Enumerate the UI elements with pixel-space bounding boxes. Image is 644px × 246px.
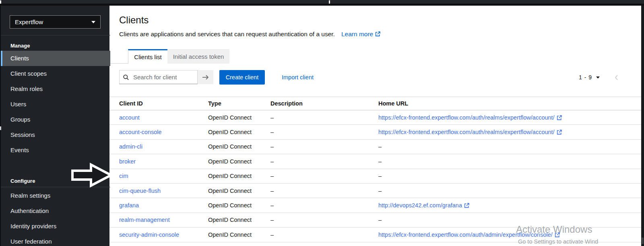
- sidebar-item-realm-settings[interactable]: Realm settings: [1, 188, 110, 203]
- client-description: –: [270, 114, 378, 121]
- sidebar-nav: ManageClientsClient scopesRealm rolesUse…: [1, 39, 110, 246]
- pagination-prev-chevron-icon[interactable]: [614, 74, 619, 81]
- external-link-icon: [464, 203, 469, 208]
- client-type: OpenID Connect: [208, 173, 270, 179]
- client-home-url-cell: –: [378, 217, 641, 223]
- tab-initial-access-token[interactable]: Initial access token: [167, 49, 229, 64]
- client-home-url-cell: –: [378, 188, 641, 194]
- import-client-link[interactable]: Import client: [282, 70, 314, 85]
- client-home-url-cell: https://efcx-frontend.expertflow.com/aut…: [378, 129, 641, 135]
- sidebar-item-clients[interactable]: Clients: [1, 51, 110, 66]
- home-url-link[interactable]: https://efcx-frontend.expertflow.com/aut…: [378, 232, 560, 238]
- learn-more-link[interactable]: Learn more: [341, 31, 380, 37]
- nav-section-label-configure: Configure: [1, 174, 110, 186]
- client-id-link[interactable]: cim-queue-flush: [119, 188, 161, 194]
- sidebar-item-groups[interactable]: Groups: [1, 112, 110, 127]
- create-client-button[interactable]: Create client: [219, 70, 265, 85]
- pagination-range: 1 - 9: [579, 74, 592, 81]
- caret-down-icon: [91, 21, 95, 23]
- search-submit-button[interactable]: [198, 70, 213, 84]
- pagination: 1 - 9: [579, 70, 619, 85]
- client-id-cell: security-admin-console: [119, 232, 208, 238]
- table-row: account-consoleOpenID Connect–https://ef…: [109, 125, 641, 139]
- client-home-url-cell: http://devops242.ef.com/grafana: [378, 202, 641, 209]
- client-description: –: [270, 188, 378, 194]
- home-url-link[interactable]: https://efcx-frontend.expertflow.com/aut…: [378, 129, 562, 135]
- client-home-url-cell: –: [378, 143, 641, 150]
- clients-table: Client IDTypeDescriptionHome URLaccountO…: [109, 97, 641, 242]
- tab-bar: Clients list Initial access token: [109, 49, 229, 64]
- client-id-cell: cim: [119, 173, 208, 179]
- column-header-type: Type: [208, 100, 270, 107]
- page-title: Clients: [119, 14, 149, 26]
- sidebar: Expertflow ManageClientsClient scopesRea…: [0, 6, 109, 246]
- client-id-cell: account-console: [119, 129, 208, 135]
- table-row: cim-queue-flushOpenID Connect––: [109, 184, 641, 198]
- realm-selector-dropdown[interactable]: Expertflow: [10, 15, 101, 29]
- external-link-icon: [557, 115, 562, 120]
- client-description: –: [270, 232, 378, 238]
- client-id-cell: broker: [119, 158, 208, 165]
- client-id-link[interactable]: grafana: [119, 202, 139, 209]
- tab-lead-strip: [109, 49, 128, 64]
- external-link-icon: [555, 232, 560, 238]
- external-link-icon: [375, 31, 380, 37]
- client-type: OpenID Connect: [208, 129, 270, 135]
- table-header-row: Client IDTypeDescriptionHome URL: [109, 97, 641, 110]
- column-header-client-id: Client ID: [119, 100, 208, 107]
- nav-section-label-manage: Manage: [1, 39, 110, 51]
- window-top-bar: [0, 0, 644, 4]
- sidebar-item-users[interactable]: Users: [1, 97, 110, 112]
- home-url-link[interactable]: https://efcx-frontend.expertflow.com/aut…: [378, 114, 562, 121]
- pagination-caret-down-icon[interactable]: [596, 76, 600, 79]
- sidebar-item-events[interactable]: Events: [1, 143, 110, 158]
- client-type: OpenID Connect: [208, 202, 270, 209]
- client-id-link[interactable]: security-admin-console: [119, 232, 179, 238]
- sidebar-divider: [1, 35, 110, 35]
- client-id-link[interactable]: cim: [119, 173, 128, 179]
- client-description: –: [270, 202, 378, 209]
- client-id-link[interactable]: broker: [119, 158, 136, 165]
- page-description: Clients are applications and services th…: [119, 31, 380, 38]
- client-home-url-cell: https://efcx-frontend.expertflow.com/aut…: [378, 114, 641, 121]
- client-id-link[interactable]: account: [119, 114, 140, 121]
- sidebar-item-authentication[interactable]: Authentication: [1, 203, 110, 219]
- client-home-url-cell: https://efcx-frontend.expertflow.com/aut…: [378, 232, 641, 238]
- client-description: –: [270, 158, 378, 165]
- sidebar-item-realm-roles[interactable]: Realm roles: [1, 81, 110, 97]
- client-id-link[interactable]: realm-management: [119, 217, 170, 223]
- client-id-cell: admin-cli: [119, 143, 208, 150]
- top-tick-center: [329, 0, 330, 4]
- client-id-cell: grafana: [119, 202, 208, 209]
- sidebar-item-identity-providers[interactable]: Identity providers: [1, 219, 110, 234]
- external-link-icon: [557, 130, 562, 135]
- keycloak-admin-console: Expertflow ManageClientsClient scopesRea…: [0, 0, 644, 246]
- nav-section-divider: [1, 187, 110, 187]
- window-right-edge: [641, 0, 644, 246]
- client-type: OpenID Connect: [208, 143, 270, 150]
- client-id-cell: realm-management: [119, 217, 208, 223]
- sidebar-item-user-federation[interactable]: User federation: [1, 234, 110, 246]
- client-id-link[interactable]: admin-cli: [119, 143, 142, 150]
- top-tick-left: [0, 0, 1, 4]
- client-home-url-cell: –: [378, 158, 641, 165]
- client-type: OpenID Connect: [208, 158, 270, 165]
- left-edge-tick: [0, 126, 1, 130]
- home-url-link[interactable]: http://devops242.ef.com/grafana: [378, 202, 469, 209]
- client-type: OpenID Connect: [208, 114, 270, 121]
- client-id-link[interactable]: account-console: [119, 129, 162, 135]
- tab-clients-list[interactable]: Clients list: [128, 49, 167, 64]
- main-content: Clients Clients are applications and ser…: [109, 6, 641, 246]
- table-row: grafanaOpenID Connect–http://devops242.e…: [109, 198, 641, 213]
- page-description-text: Clients are applications and services th…: [119, 31, 335, 37]
- table-row: admin-cliOpenID Connect––: [109, 140, 641, 154]
- client-description: –: [270, 173, 378, 179]
- table-row: brokerOpenID Connect––: [109, 154, 641, 169]
- sidebar-item-client-scopes[interactable]: Client scopes: [1, 66, 110, 81]
- sidebar-item-sessions[interactable]: Sessions: [1, 127, 110, 143]
- scrollbar-thumb[interactable]: [642, 238, 644, 244]
- client-id-cell: cim-queue-flush: [119, 188, 208, 194]
- client-description: –: [270, 217, 378, 223]
- search-input[interactable]: [119, 70, 198, 84]
- table-row: security-admin-consoleOpenID Connect–htt…: [109, 227, 641, 242]
